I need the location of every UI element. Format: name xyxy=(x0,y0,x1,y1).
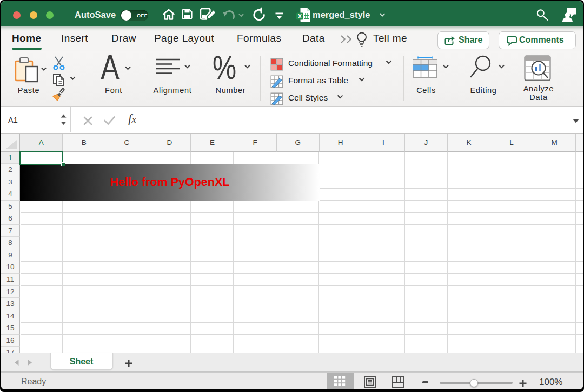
svg-text:X: X xyxy=(298,13,302,19)
